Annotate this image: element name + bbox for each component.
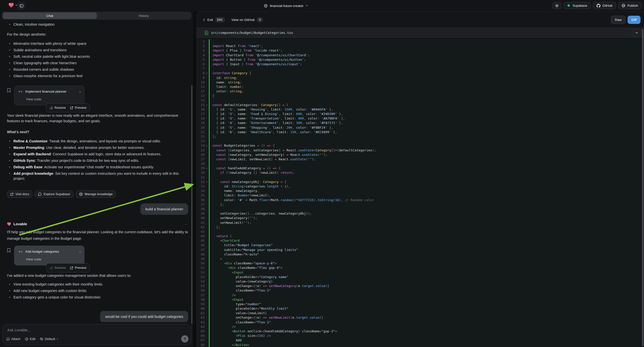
code-line: 32∨ const newCategoryObj: Category = { xyxy=(197,180,644,184)
intro-list: Clean, intuitive navigation xyxy=(7,22,188,27)
version-actions: Restore Preview xyxy=(46,103,90,112)
g-key-hint: G xyxy=(257,18,263,22)
design-heading: For the design aesthetic: xyxy=(7,32,188,37)
chat-messages[interactable]: Clean, intuitive navigation For the desi… xyxy=(0,21,193,322)
code-line: 27 const [newLimit, setNewLimit] = React… xyxy=(197,157,644,162)
exit-button[interactable]: Exit ESC xyxy=(203,18,224,22)
version-card-title: Implement financial planner xyxy=(26,89,66,94)
publish-button[interactable]: Publish xyxy=(618,2,642,9)
collapse-file-button[interactable] xyxy=(632,29,641,36)
code-line: 65 <Button onClick={handleAddCategory} c… xyxy=(197,329,644,334)
code-line: 5import { Button } from '@/components/ui… xyxy=(197,58,644,62)
code-line: 23 xyxy=(197,139,644,144)
github-button[interactable]: GitHub xyxy=(593,2,616,9)
bookmark-icon[interactable] xyxy=(7,88,11,92)
code-line: 43 xyxy=(197,230,644,234)
project-switcher[interactable]: financial-future-creator xyxy=(264,0,308,12)
version-card-2-row: <> Add budget categories › View code Res… xyxy=(7,246,188,269)
code-line: 6import { Input } from '@/components/ui/… xyxy=(197,62,644,66)
code-line: 45 <ChartCard xyxy=(197,238,644,243)
bookmark-icon[interactable] xyxy=(7,248,11,253)
user-message-bubble: build a financial planner xyxy=(140,203,188,215)
chat-scrollbar[interactable] xyxy=(191,85,192,324)
version-card-implement-financial-planner[interactable]: <> Implement financial planner › View co… xyxy=(14,86,84,105)
assistant-header: Lovable ··· xyxy=(7,221,188,227)
code-line: 37 }; xyxy=(197,202,644,207)
code-line: 16 { id: '1', name: 'Housing', limit: 15… xyxy=(197,107,644,112)
code-line: 15∨const defaultCategories: Category[] =… xyxy=(197,103,644,107)
code-line: 51 <div className="flex gap-4"> xyxy=(197,266,644,270)
suggestion-chips: Visit docsExplore SupabaseManage knowled… xyxy=(7,190,188,198)
preview-button[interactable]: Preview xyxy=(70,105,86,110)
github-label: GitHub xyxy=(602,4,612,8)
code-line: 36 color: '#' + Math.floor(Math.random()… xyxy=(197,198,644,202)
code-line: 38 xyxy=(197,207,644,211)
code-panel: Exit ESC View on GitHub G Raw Diff src/c… xyxy=(196,12,644,347)
lovable-logo-menu[interactable] xyxy=(8,3,18,8)
external-link-icon xyxy=(70,266,73,270)
chip-manage-knowledge[interactable]: Manage knowledge xyxy=(76,190,116,198)
diff-toggle-button[interactable]: Diff xyxy=(628,16,640,24)
publish-label: Publish xyxy=(627,4,638,8)
view-code-link[interactable]: View code xyxy=(26,96,81,102)
view-code-link[interactable]: View code xyxy=(26,257,81,262)
code-line: 52 <Input xyxy=(197,270,644,275)
code-line: 1 xyxy=(197,39,644,44)
code-scrollbar[interactable] xyxy=(642,29,644,346)
more-menu-button[interactable]: ··· xyxy=(184,221,188,227)
settings-button[interactable] xyxy=(552,2,561,9)
preview-button[interactable]: Preview xyxy=(70,265,86,270)
external-link-icon xyxy=(10,193,14,196)
list-item: Rounded corners and subtle shadows xyxy=(7,68,188,72)
list-item: Add new budget categories with custom li… xyxy=(7,289,188,293)
code-line: 68 </Button> xyxy=(197,343,644,347)
list-item: Clean typography with clear hierarchies xyxy=(7,61,188,65)
code-line: 41 setNewLimit(''); xyxy=(197,220,644,225)
code-line: 66 <Plus size={16} /> xyxy=(197,334,644,338)
view-on-github-button[interactable]: View on GitHub G xyxy=(232,18,263,22)
list-item: Refine & Customize: Tweak the design, an… xyxy=(7,139,188,144)
version-card-1-row: <> Implement financial planner › View co… xyxy=(7,86,188,109)
code-line: 24∨const BudgetCategories = () => { xyxy=(197,144,644,148)
sliders-icon xyxy=(40,337,43,340)
chevron-up-icon xyxy=(635,32,638,34)
sidebar-toggle-button[interactable] xyxy=(18,2,25,9)
chevron-down-icon xyxy=(306,5,308,6)
code-line: 14 xyxy=(197,98,644,102)
code-icon: <> xyxy=(18,89,23,94)
ready-paragraph: Your sleek financial planner is now read… xyxy=(7,113,188,124)
file-path: src/components/budget/BudgetCategories.t… xyxy=(211,31,293,34)
code-line: 21 { id: '6', name: 'Healthcare', limit:… xyxy=(197,130,644,134)
edit-button[interactable]: Edit xyxy=(25,337,35,341)
code-line: 33 id: String(categories.length + 1), xyxy=(197,184,644,189)
list-item: View existing budget categories with the… xyxy=(7,282,188,286)
code-line: 35 limit: Number(newLimit), xyxy=(197,193,644,198)
restore-button[interactable]: Restore xyxy=(50,265,66,270)
package-icon xyxy=(79,192,83,196)
tab-chat[interactable]: Chat xyxy=(3,12,97,19)
file-header[interactable]: src/components/budget/BudgetCategories.t… xyxy=(197,28,644,38)
code-editor[interactable]: 12import React from 'react';3import { Pl… xyxy=(197,38,644,347)
topbar: financial-future-creator Supabase GitHub… xyxy=(0,0,644,12)
code-line: 40 setNewCategory(''); xyxy=(197,216,644,220)
attach-button[interactable]: Attach xyxy=(6,337,20,341)
code-line: 30 if (!newCategory || !newLimit) return… xyxy=(197,170,644,175)
send-button[interactable] xyxy=(181,335,188,342)
chip-visit-docs[interactable]: Visit docs xyxy=(7,190,32,198)
supabase-button[interactable]: Supabase xyxy=(564,2,591,9)
user-message-bubble: would be cool if you could add budget ca… xyxy=(100,311,188,322)
chevron-right-icon: › xyxy=(80,89,81,94)
chip-explore-supabase[interactable]: Explore Supabase xyxy=(35,190,73,198)
version-card-add-budget-categories[interactable]: <> Add budget categories › View code xyxy=(14,246,84,265)
mode-selector[interactable]: Default xyxy=(40,337,58,341)
restore-button[interactable]: Restore xyxy=(50,105,66,110)
tab-history[interactable]: History xyxy=(97,12,191,19)
raw-toggle-button[interactable]: Raw xyxy=(611,16,626,24)
code-line: 29∨ const handleAddCategory = () => { xyxy=(197,166,644,170)
code-line: 59 type="number" xyxy=(197,302,644,306)
code-line: 8∨interface Category { xyxy=(197,71,644,76)
code-line: 55 onChange={(e) => setNewCategory(e.tar… xyxy=(197,284,644,288)
chat-input-box[interactable]: Ask Lovable... Attach Edit Default xyxy=(2,324,192,345)
design-list: Minimalist interface with plenty of whit… xyxy=(7,42,188,78)
help-paragraph: I'll help you add budget categories to t… xyxy=(7,229,188,242)
